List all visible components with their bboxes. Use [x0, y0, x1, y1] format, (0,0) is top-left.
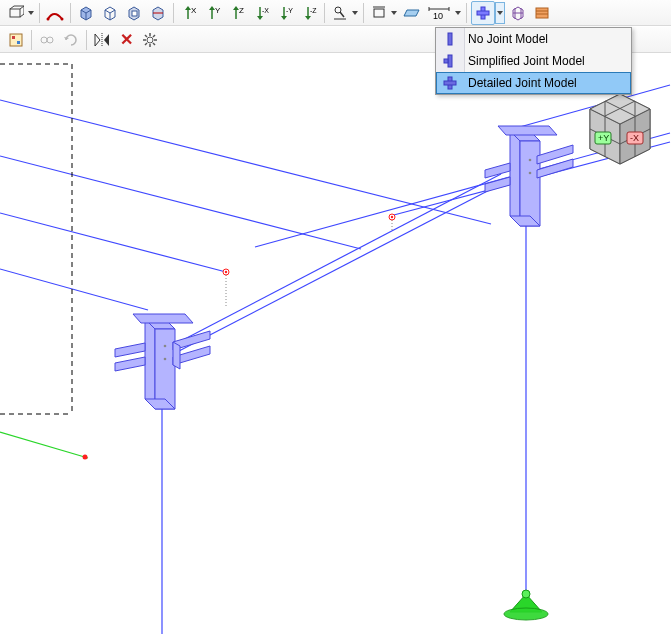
- svg-point-111: [504, 608, 548, 620]
- section-button[interactable]: [44, 2, 66, 24]
- axis-y-button[interactable]: Y: [202, 2, 224, 24]
- svg-rect-18: [132, 11, 137, 16]
- svg-marker-119: [173, 342, 180, 369]
- toolbar-separator: [173, 3, 174, 23]
- svg-line-85: [0, 100, 491, 224]
- isometric-dropdown-arrow[interactable]: [27, 2, 35, 24]
- stack-button[interactable]: [531, 2, 553, 24]
- toolbar-separator: [70, 3, 71, 23]
- svg-line-95: [179, 174, 501, 342]
- svg-point-7: [47, 17, 50, 20]
- microscope-button[interactable]: [329, 2, 351, 24]
- menu-simplified-joint-model[interactable]: Simplified Joint Model: [436, 50, 631, 72]
- svg-text:10: 10: [433, 11, 443, 21]
- toolbar-separator: [31, 30, 32, 50]
- svg-line-87: [0, 213, 226, 272]
- box-cut-button[interactable]: [123, 2, 145, 24]
- joint-simple-icon: [440, 52, 460, 70]
- menu-detailed-joint-model[interactable]: Detailed Joint Model: [436, 72, 631, 94]
- svg-marker-120: [115, 343, 145, 357]
- svg-rect-62: [10, 34, 22, 46]
- svg-rect-80: [448, 33, 452, 45]
- svg-marker-127: [520, 141, 540, 226]
- dim-dropdown-arrow[interactable]: [454, 2, 462, 24]
- grid-3d-button[interactable]: [507, 2, 529, 24]
- svg-rect-63: [12, 36, 15, 39]
- box-select-button[interactable]: [368, 2, 390, 24]
- svg-text:-Y: -Y: [286, 7, 293, 14]
- menu-no-joint-model[interactable]: No Joint Model: [436, 28, 631, 50]
- svg-point-108: [225, 271, 227, 273]
- svg-marker-42: [352, 11, 358, 15]
- box-slice-button[interactable]: [147, 2, 169, 24]
- isometric-view-button[interactable]: [5, 2, 27, 24]
- support-icon: [504, 590, 548, 620]
- svg-line-101: [0, 432, 88, 458]
- axis-neg-y-button[interactable]: -Y: [274, 2, 296, 24]
- svg-marker-46: [404, 10, 419, 16]
- rotate-button[interactable]: [60, 29, 82, 51]
- axis-neg-z-button[interactable]: -Z: [298, 2, 320, 24]
- axis-x-button[interactable]: X: [178, 2, 200, 24]
- svg-marker-54: [497, 11, 503, 15]
- svg-line-77: [153, 43, 155, 45]
- joint-detailed-left: [115, 314, 210, 409]
- box-wire-button[interactable]: [99, 2, 121, 24]
- box-solid-button[interactable]: [75, 2, 97, 24]
- axis-x-label: -X: [630, 133, 639, 143]
- delete-button[interactable]: ✕: [115, 29, 137, 51]
- svg-marker-126: [510, 131, 520, 226]
- svg-line-78: [153, 35, 155, 37]
- svg-rect-82: [444, 59, 448, 63]
- svg-rect-81: [448, 55, 452, 67]
- svg-marker-34: [281, 16, 287, 20]
- link-button[interactable]: [36, 29, 58, 51]
- svg-point-8: [61, 17, 64, 20]
- svg-text:Z: Z: [239, 6, 244, 15]
- axis-z-button[interactable]: Z: [226, 2, 248, 24]
- svg-text:X: X: [191, 6, 197, 15]
- delete-x-icon: ✕: [120, 32, 133, 48]
- toolbar-separator: [324, 3, 325, 23]
- gear-button[interactable]: [139, 29, 161, 51]
- svg-marker-122: [133, 314, 193, 323]
- svg-marker-69: [104, 34, 109, 46]
- axis-gizmo: +Y -X: [590, 94, 650, 164]
- mirror-button[interactable]: [91, 29, 113, 51]
- toolbar-separator: [86, 30, 87, 50]
- menu-item-label: Simplified Joint Model: [468, 54, 625, 68]
- svg-line-3: [20, 14, 24, 17]
- svg-point-135: [529, 172, 532, 175]
- svg-marker-45: [391, 11, 397, 15]
- svg-marker-121: [115, 357, 145, 371]
- plane-button[interactable]: [400, 2, 422, 24]
- joint-model-button[interactable]: [471, 1, 495, 25]
- svg-text:-X: -X: [262, 7, 269, 14]
- svg-marker-115: [155, 329, 175, 409]
- svg-line-15: [110, 10, 115, 13]
- svg-marker-132: [485, 177, 510, 192]
- microscope-dropdown-arrow[interactable]: [351, 2, 359, 24]
- render-button[interactable]: [5, 29, 27, 51]
- menu-item-label: Detailed Joint Model: [468, 76, 625, 90]
- svg-point-66: [47, 37, 53, 43]
- box-select-dropdown-arrow[interactable]: [390, 2, 398, 24]
- svg-marker-6: [28, 11, 34, 15]
- svg-rect-84: [444, 81, 456, 85]
- toolbar-separator: [39, 3, 40, 23]
- svg-line-86: [0, 156, 361, 249]
- model-viewport[interactable]: +Y -X: [0, 54, 671, 634]
- svg-rect-64: [17, 41, 20, 44]
- svg-point-124: [164, 358, 167, 361]
- svg-point-71: [147, 37, 153, 43]
- svg-marker-37: [305, 16, 311, 20]
- axis-neg-x-button[interactable]: -X: [250, 2, 272, 24]
- dim-10-button[interactable]: 10: [424, 2, 454, 24]
- joint-detail-icon: [440, 74, 460, 92]
- toolbar-separator: [363, 3, 364, 23]
- svg-marker-68: [95, 34, 100, 46]
- joint-model-dropdown-arrow[interactable]: [495, 2, 505, 24]
- menu-item-label: No Joint Model: [468, 32, 625, 46]
- svg-point-112: [522, 590, 530, 598]
- svg-line-40: [340, 12, 344, 17]
